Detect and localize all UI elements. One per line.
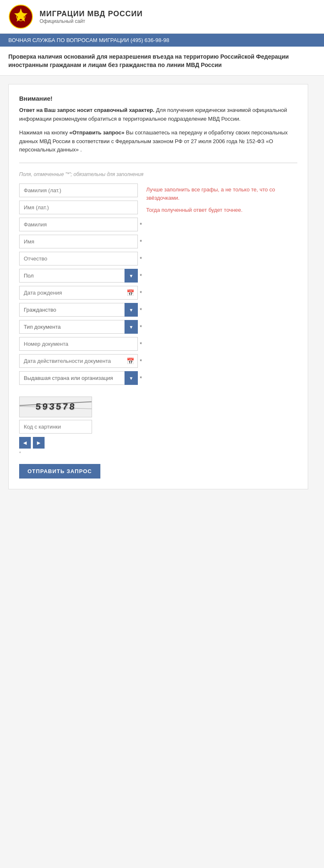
field-doc-type: Тип документа: [19, 320, 138, 334]
field-middle-name: [19, 252, 138, 265]
main-content: Внимание! Ответ на Ваш запрос носит спра…: [0, 76, 324, 498]
captcha-section: 593578 ◄ ► *: [19, 397, 297, 456]
attention-bold2: «Отправить запрос»: [70, 129, 125, 136]
field-last-name-lat: [19, 184, 138, 197]
submit-button[interactable]: ОТПРАВИТЬ ЗАПРОС: [19, 464, 100, 479]
field-gender: Пол Мужской Женский: [19, 269, 138, 283]
first-name-lat-input[interactable]: [19, 201, 138, 214]
birth-date-input[interactable]: [19, 286, 138, 300]
page-title: Проверка наличия оснований для неразреше…: [0, 47, 324, 76]
captcha-code: 593578: [35, 402, 76, 412]
field-doc-validity: 📅: [19, 354, 138, 368]
gender-select[interactable]: Пол Мужской Женский: [19, 269, 138, 283]
attention-prefix2: Нажимая на кнопку: [19, 129, 70, 136]
header-title: МИГРАЦИИ МВД РОССИИ: [40, 10, 143, 18]
top-bar: ВОЧНАЯ СЛУЖБА ПО ВОПРОСАМ МИГРАЦИИ (495)…: [0, 34, 324, 47]
issuing-country-select-wrapper: Выдавшая страна или организация: [19, 371, 138, 385]
citizenship-select[interactable]: Гражданство: [19, 303, 138, 317]
captcha-next-button[interactable]: ►: [33, 437, 45, 449]
first-name-input[interactable]: [19, 235, 138, 248]
last-name-input[interactable]: [19, 218, 138, 231]
hotline-text: ВОЧНАЯ СЛУЖБА ПО ВОПРОСАМ МИГРАЦИИ (495)…: [8, 37, 169, 43]
gender-select-wrapper: Пол Мужской Женский: [19, 269, 138, 283]
attention-bold1: Ответ на Ваш запрос носит справочный хар…: [19, 107, 155, 113]
page-header: МВД МИГРАЦИИ МВД РОССИИ Официальный сайт: [0, 0, 324, 34]
attention-paragraph1: Ответ на Ваш запрос носит справочный хар…: [19, 106, 297, 124]
captcha-required-note: *: [19, 451, 297, 456]
last-name-lat-input[interactable]: [19, 184, 138, 197]
form-hint: Лучше заполнить все графы, а не только т…: [146, 184, 297, 388]
field-last-name: [19, 218, 138, 231]
form-layout: Пол Мужской Женский 📅: [19, 184, 297, 388]
header-text: МИГРАЦИИ МВД РОССИИ Официальный сайт: [40, 10, 143, 24]
form-fields: Пол Мужской Женский 📅: [19, 184, 138, 388]
attention-box: Внимание! Ответ на Ваш запрос носит спра…: [19, 95, 297, 154]
doc-type-select[interactable]: Тип документа: [19, 320, 138, 334]
attention-title: Внимание!: [19, 95, 297, 102]
captcha-controls: ◄ ►: [19, 437, 297, 449]
divider: [19, 163, 297, 163]
captcha-image: 593578: [19, 397, 92, 417]
form-container: Внимание! Ответ на Ваш запрос носит спра…: [8, 84, 308, 489]
field-first-name: [19, 235, 138, 248]
captcha-input[interactable]: [19, 420, 92, 434]
doc-number-input[interactable]: [19, 337, 138, 351]
field-issuing-country: Выдавшая страна или организация: [19, 371, 138, 385]
logo: МВД: [8, 4, 33, 29]
captcha-text-field: [19, 420, 92, 434]
field-doc-number: [19, 337, 138, 351]
attention-paragraph2: Нажимая на кнопку «Отправить запрос» Вы …: [19, 129, 297, 154]
hint-line1: Лучше заполнить все графы, а не только т…: [146, 186, 297, 202]
issuing-country-select[interactable]: Выдавшая страна или организация: [19, 371, 138, 385]
svg-text:МВД: МВД: [17, 16, 24, 19]
captcha-prev-button[interactable]: ◄: [19, 437, 31, 449]
birth-date-wrapper: 📅: [19, 286, 138, 300]
field-citizenship: Гражданство: [19, 303, 138, 317]
header-subtitle: Официальный сайт: [40, 18, 143, 24]
doc-validity-input[interactable]: [19, 354, 138, 368]
field-first-name-lat: [19, 201, 138, 214]
fields-note: Поля, отмеченные "*"; обязательны для за…: [19, 171, 297, 177]
doc-validity-wrapper: 📅: [19, 354, 138, 368]
doc-type-select-wrapper: Тип документа: [19, 320, 138, 334]
middle-name-input[interactable]: [19, 252, 138, 265]
hint-line2: Тогда полученный ответ будет точнее.: [146, 206, 297, 214]
field-birth-date: 📅: [19, 286, 138, 300]
citizenship-select-wrapper: Гражданство: [19, 303, 138, 317]
